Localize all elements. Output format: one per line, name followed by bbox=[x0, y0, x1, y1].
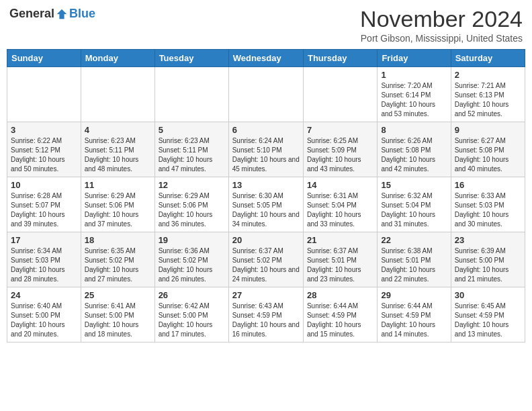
calendar-cell bbox=[7, 67, 81, 122]
calendar-cell: 5Sunrise: 6:23 AM Sunset: 5:11 PM Daylig… bbox=[154, 122, 228, 177]
weekday-header-thursday: Thursday bbox=[303, 50, 377, 67]
calendar-cell: 12Sunrise: 6:29 AM Sunset: 5:06 PM Dayli… bbox=[154, 177, 228, 232]
logo-general-text: General bbox=[9, 7, 54, 21]
calendar-cell bbox=[228, 67, 303, 122]
calendar-cell: 30Sunrise: 6:45 AM Sunset: 4:59 PM Dayli… bbox=[451, 287, 525, 342]
calendar-cell: 16Sunrise: 6:33 AM Sunset: 5:03 PM Dayli… bbox=[451, 177, 525, 232]
day-number: 10 bbox=[11, 180, 77, 190]
day-number: 19 bbox=[159, 235, 225, 245]
day-number: 12 bbox=[159, 180, 225, 190]
day-number: 9 bbox=[455, 125, 521, 135]
calendar-cell: 11Sunrise: 6:29 AM Sunset: 5:06 PM Dayli… bbox=[81, 177, 154, 232]
day-number: 13 bbox=[232, 180, 300, 190]
calendar-cell: 28Sunrise: 6:44 AM Sunset: 4:59 PM Dayli… bbox=[303, 287, 377, 342]
day-number: 1 bbox=[381, 70, 447, 80]
calendar-cell: 9Sunrise: 6:27 AM Sunset: 5:08 PM Daylig… bbox=[451, 122, 525, 177]
weekday-header-wednesday: Wednesday bbox=[228, 50, 303, 67]
calendar-cell: 7Sunrise: 6:25 AM Sunset: 5:09 PM Daylig… bbox=[303, 122, 377, 177]
day-info: Sunrise: 6:33 AM Sunset: 5:03 PM Dayligh… bbox=[455, 191, 521, 229]
day-info: Sunrise: 6:36 AM Sunset: 5:02 PM Dayligh… bbox=[159, 246, 225, 284]
calendar-cell: 6Sunrise: 6:24 AM Sunset: 5:10 PM Daylig… bbox=[228, 122, 303, 177]
day-number: 18 bbox=[85, 235, 151, 245]
calendar-cell: 4Sunrise: 6:23 AM Sunset: 5:11 PM Daylig… bbox=[81, 122, 154, 177]
day-number: 30 bbox=[455, 290, 521, 300]
location-text: Port Gibson, Mississippi, United States bbox=[360, 33, 523, 44]
calendar-cell: 23Sunrise: 6:39 AM Sunset: 5:00 PM Dayli… bbox=[451, 232, 525, 287]
calendar-cell bbox=[154, 67, 228, 122]
day-number: 28 bbox=[307, 290, 373, 300]
week-row-1: 1Sunrise: 7:20 AM Sunset: 6:14 PM Daylig… bbox=[7, 67, 525, 122]
calendar-cell: 27Sunrise: 6:43 AM Sunset: 4:59 PM Dayli… bbox=[228, 287, 303, 342]
calendar-cell: 1Sunrise: 7:20 AM Sunset: 6:14 PM Daylig… bbox=[378, 67, 451, 122]
calendar-table: SundayMondayTuesdayWednesdayThursdayFrid… bbox=[7, 49, 525, 342]
svg-marker-0 bbox=[57, 9, 66, 18]
day-info: Sunrise: 6:23 AM Sunset: 5:11 PM Dayligh… bbox=[159, 136, 225, 174]
day-number: 14 bbox=[307, 180, 373, 190]
calendar-cell: 17Sunrise: 6:34 AM Sunset: 5:03 PM Dayli… bbox=[7, 232, 81, 287]
day-info: Sunrise: 6:22 AM Sunset: 5:12 PM Dayligh… bbox=[11, 136, 77, 174]
logo-blue-text: Blue bbox=[69, 7, 95, 21]
day-info: Sunrise: 6:27 AM Sunset: 5:08 PM Dayligh… bbox=[455, 136, 521, 174]
weekday-header-sunday: Sunday bbox=[7, 50, 81, 67]
calendar-cell: 10Sunrise: 6:28 AM Sunset: 5:07 PM Dayli… bbox=[7, 177, 81, 232]
day-info: Sunrise: 6:26 AM Sunset: 5:08 PM Dayligh… bbox=[381, 136, 447, 174]
day-info: Sunrise: 6:39 AM Sunset: 5:00 PM Dayligh… bbox=[455, 246, 521, 284]
day-info: Sunrise: 6:38 AM Sunset: 5:01 PM Dayligh… bbox=[381, 246, 447, 284]
week-row-3: 10Sunrise: 6:28 AM Sunset: 5:07 PM Dayli… bbox=[7, 177, 525, 232]
day-info: Sunrise: 6:32 AM Sunset: 5:04 PM Dayligh… bbox=[381, 191, 447, 229]
day-number: 6 bbox=[232, 125, 300, 135]
weekday-header-monday: Monday bbox=[81, 50, 154, 67]
calendar-cell: 22Sunrise: 6:38 AM Sunset: 5:01 PM Dayli… bbox=[378, 232, 451, 287]
day-info: Sunrise: 6:35 AM Sunset: 5:02 PM Dayligh… bbox=[85, 246, 151, 284]
day-info: Sunrise: 6:31 AM Sunset: 5:04 PM Dayligh… bbox=[307, 191, 373, 229]
calendar-cell: 18Sunrise: 6:35 AM Sunset: 5:02 PM Dayli… bbox=[81, 232, 154, 287]
day-info: Sunrise: 6:41 AM Sunset: 5:00 PM Dayligh… bbox=[85, 302, 151, 339]
title-block: November 2024 Port Gibson, Mississippi, … bbox=[360, 7, 523, 44]
day-info: Sunrise: 6:42 AM Sunset: 5:00 PM Dayligh… bbox=[159, 302, 225, 339]
calendar-cell: 8Sunrise: 6:26 AM Sunset: 5:08 PM Daylig… bbox=[378, 122, 451, 177]
logo: General Blue bbox=[9, 7, 95, 21]
day-number: 16 bbox=[455, 180, 521, 190]
day-info: Sunrise: 7:21 AM Sunset: 6:13 PM Dayligh… bbox=[455, 81, 521, 119]
weekday-header-saturday: Saturday bbox=[451, 50, 525, 67]
calendar-cell bbox=[81, 67, 154, 122]
calendar-cell: 13Sunrise: 6:30 AM Sunset: 5:05 PM Dayli… bbox=[228, 177, 303, 232]
week-row-2: 3Sunrise: 6:22 AM Sunset: 5:12 PM Daylig… bbox=[7, 122, 525, 177]
day-number: 20 bbox=[232, 235, 300, 245]
day-number: 11 bbox=[85, 180, 151, 190]
day-number: 22 bbox=[381, 235, 447, 245]
logo-icon bbox=[56, 8, 68, 20]
day-number: 17 bbox=[11, 235, 77, 245]
calendar-cell: 20Sunrise: 6:37 AM Sunset: 5:02 PM Dayli… bbox=[228, 232, 303, 287]
day-info: Sunrise: 7:20 AM Sunset: 6:14 PM Dayligh… bbox=[381, 81, 447, 119]
day-number: 25 bbox=[85, 290, 151, 300]
calendar-cell: 14Sunrise: 6:31 AM Sunset: 5:04 PM Dayli… bbox=[303, 177, 377, 232]
day-info: Sunrise: 6:23 AM Sunset: 5:11 PM Dayligh… bbox=[85, 136, 151, 174]
day-info: Sunrise: 6:37 AM Sunset: 5:02 PM Dayligh… bbox=[232, 246, 300, 284]
day-info: Sunrise: 6:43 AM Sunset: 4:59 PM Dayligh… bbox=[232, 302, 300, 339]
day-info: Sunrise: 6:40 AM Sunset: 5:00 PM Dayligh… bbox=[11, 302, 77, 339]
day-info: Sunrise: 6:44 AM Sunset: 4:59 PM Dayligh… bbox=[381, 302, 447, 339]
day-number: 3 bbox=[11, 125, 77, 135]
day-number: 26 bbox=[159, 290, 225, 300]
day-info: Sunrise: 6:28 AM Sunset: 5:07 PM Dayligh… bbox=[11, 191, 77, 229]
week-row-5: 24Sunrise: 6:40 AM Sunset: 5:00 PM Dayli… bbox=[7, 287, 525, 342]
calendar-cell: 21Sunrise: 6:37 AM Sunset: 5:01 PM Dayli… bbox=[303, 232, 377, 287]
day-number: 21 bbox=[307, 235, 373, 245]
day-info: Sunrise: 6:30 AM Sunset: 5:05 PM Dayligh… bbox=[232, 191, 300, 229]
day-number: 2 bbox=[455, 70, 521, 80]
day-number: 4 bbox=[85, 125, 151, 135]
weekday-header-tuesday: Tuesday bbox=[154, 50, 228, 67]
weekday-header-friday: Friday bbox=[378, 50, 451, 67]
day-info: Sunrise: 6:45 AM Sunset: 4:59 PM Dayligh… bbox=[455, 302, 521, 339]
calendar-cell: 15Sunrise: 6:32 AM Sunset: 5:04 PM Dayli… bbox=[378, 177, 451, 232]
day-number: 8 bbox=[381, 125, 447, 135]
day-number: 23 bbox=[455, 235, 521, 245]
calendar-cell: 19Sunrise: 6:36 AM Sunset: 5:02 PM Dayli… bbox=[154, 232, 228, 287]
calendar-cell: 24Sunrise: 6:40 AM Sunset: 5:00 PM Dayli… bbox=[7, 287, 81, 342]
day-number: 15 bbox=[381, 180, 447, 190]
page-header: General Blue November 2024 Port Gibson, … bbox=[7, 7, 525, 44]
day-info: Sunrise: 6:29 AM Sunset: 5:06 PM Dayligh… bbox=[159, 191, 225, 229]
calendar-cell: 29Sunrise: 6:44 AM Sunset: 4:59 PM Dayli… bbox=[378, 287, 451, 342]
day-number: 27 bbox=[232, 290, 300, 300]
